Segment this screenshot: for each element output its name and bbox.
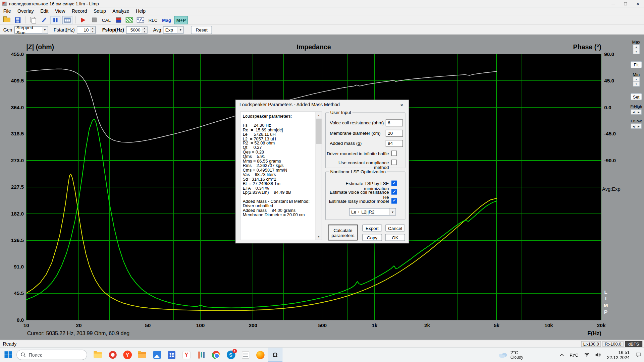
copy-button[interactable]: Copy — [362, 234, 382, 241]
fstart-spinner[interactable]: 10 — [77, 26, 96, 34]
taskbar-yandex-search[interactable]: Y — [179, 348, 194, 362]
parameters-text-panel[interactable]: Loudspeaker parameters: Fs = 24.30 Hz Re… — [240, 112, 322, 240]
export-button[interactable]: Export — [362, 225, 382, 232]
up-arrow-icon[interactable] — [633, 77, 640, 82]
channel-flag-button[interactable] — [114, 16, 123, 24]
scroll-thumb[interactable] — [316, 119, 322, 144]
up-arrow-icon[interactable] — [142, 26, 147, 30]
menu-edit[interactable]: Edit — [37, 7, 52, 15]
min-spinner[interactable] — [633, 77, 640, 86]
mag-button[interactable]: Mag — [161, 16, 172, 24]
right-arrow-icon[interactable] — [636, 124, 642, 129]
fit-button[interactable]: Fit — [631, 61, 642, 68]
cal-button[interactable]: CAL — [101, 16, 112, 24]
signal-button[interactable] — [136, 16, 145, 24]
save-button[interactable] — [13, 16, 22, 24]
membrane-diameter-input[interactable]: 20 — [386, 130, 403, 137]
xtick-label: 500 — [310, 322, 334, 328]
pause-button[interactable] — [51, 16, 60, 24]
infinite-baffle-checkbox[interactable] — [391, 150, 397, 156]
voice-coil-resistance-label: Voice coil resistance (ohm) — [330, 120, 384, 125]
tray-chevron-button[interactable] — [557, 348, 567, 362]
menu-record[interactable]: Record — [68, 7, 90, 15]
taskbar-limp-active[interactable]: Ω — [268, 348, 282, 362]
mag-phase-button[interactable]: M+P — [174, 16, 188, 24]
search-input[interactable]: Поиск — [16, 350, 87, 360]
max-spinner[interactable] — [633, 44, 640, 54]
open-button[interactable] — [2, 16, 11, 24]
down-arrow-icon[interactable] — [633, 49, 640, 54]
chevron-down-icon[interactable] — [389, 208, 395, 215]
ok-button[interactable]: OK — [385, 234, 405, 241]
calculate-parameters-button[interactable]: Calculate parameters — [328, 225, 358, 241]
rlc-button[interactable]: RLC — [147, 16, 159, 24]
menu-setup[interactable]: Setup — [90, 7, 109, 15]
stop-button[interactable] — [90, 16, 99, 24]
edit-pen-button[interactable] — [40, 16, 49, 24]
chevron-down-icon[interactable] — [177, 26, 183, 33]
voice-coil-resistance-input[interactable]: 6 — [386, 119, 403, 126]
start-button[interactable] — [0, 348, 16, 362]
set-button[interactable]: Set — [631, 93, 642, 100]
dialog-titlebar[interactable]: Loudspeaker Parameters - Added Mass Meth… — [236, 100, 409, 109]
clock[interactable]: 16:51 22.12.2024 — [604, 350, 633, 360]
right-arrow-icon[interactable] — [636, 109, 642, 115]
menu-file[interactable]: File — [0, 7, 14, 15]
chevron-down-icon[interactable] — [42, 26, 47, 33]
menu-help[interactable]: Help — [132, 7, 149, 15]
generator-type-select[interactable]: Stepped Sine — [14, 26, 48, 34]
frhigh-spinner[interactable] — [631, 109, 642, 115]
fstop-spinner[interactable]: 5000 — [126, 26, 148, 34]
volume-button[interactable] — [593, 348, 604, 362]
left-arrow-icon[interactable] — [631, 124, 636, 129]
left-arrow-icon[interactable] — [631, 109, 636, 115]
loudspeaker-parameters-dialog: Loudspeaker Parameters - Added Mass Meth… — [235, 100, 409, 244]
estimate-re-checkbox[interactable] — [391, 189, 397, 194]
inductor-model-select[interactable]: Le + L2||R2 — [349, 208, 396, 216]
down-arrow-icon[interactable] — [90, 30, 95, 33]
taskbar-yandex-browser[interactable]: Y — [120, 348, 135, 362]
lse-minimization-checkbox[interactable] — [391, 181, 397, 186]
maximize-button[interactable] — [620, 0, 632, 7]
dialog-close-button[interactable] — [395, 100, 409, 109]
menu-overlay[interactable]: Overlay — [14, 7, 37, 15]
taskbar-chrome[interactable] — [209, 348, 223, 362]
taskbar-calculator-app[interactable] — [164, 348, 179, 362]
minimize-button[interactable] — [607, 0, 620, 7]
taskbar-notes-app[interactable] — [238, 348, 253, 362]
play-button[interactable] — [78, 16, 88, 24]
constant-compliance-checkbox[interactable] — [391, 160, 397, 165]
lossy-inductor-checkbox[interactable] — [391, 198, 397, 203]
weather-widget[interactable]: 2°C Cloudy — [494, 350, 527, 360]
taskbar-volume-mixer[interactable] — [194, 348, 209, 362]
equalizer-icon — [198, 351, 204, 359]
scroll-down-icon[interactable] — [316, 234, 322, 240]
taskbar-firefox[interactable] — [253, 348, 268, 362]
reset-button[interactable]: Reset — [191, 26, 212, 34]
table-view-button[interactable] — [62, 16, 72, 24]
search-placeholder: Поиск — [29, 352, 42, 357]
taskbar-file-explorer[interactable] — [90, 348, 105, 362]
frlow-spinner[interactable] — [631, 124, 642, 129]
cancel-button[interactable]: Cancel — [385, 225, 405, 232]
up-arrow-icon[interactable] — [633, 44, 640, 49]
network-button[interactable] — [581, 348, 593, 362]
down-arrow-icon[interactable] — [142, 30, 147, 33]
down-arrow-icon[interactable] — [633, 82, 640, 87]
scroll-up-icon[interactable] — [316, 112, 322, 118]
up-arrow-icon[interactable] — [90, 26, 95, 30]
language-indicator[interactable]: РУС — [567, 348, 581, 362]
close-button[interactable] — [632, 0, 644, 7]
added-mass-input[interactable]: 84 — [386, 140, 403, 147]
spectrum-button[interactable] — [125, 16, 134, 24]
taskbar-photos-app[interactable] — [150, 348, 164, 362]
action-center-button[interactable] — [633, 348, 644, 362]
taskbar-folder-app[interactable] — [135, 348, 150, 362]
menu-analyze[interactable]: Analyze — [109, 7, 133, 15]
taskbar-red-circle-app[interactable] — [105, 348, 120, 362]
scrollbar[interactable] — [315, 112, 321, 240]
menu-view[interactable]: View — [52, 7, 68, 15]
avg-select[interactable]: Exp — [163, 26, 184, 34]
taskbar-skype[interactable]: S1 — [223, 348, 238, 362]
copy-button[interactable] — [28, 16, 37, 24]
